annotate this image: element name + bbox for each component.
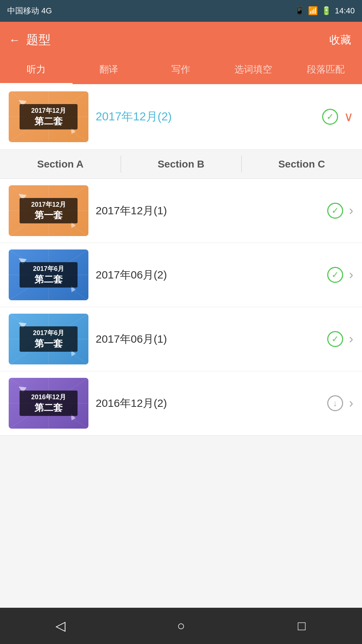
bookmark-button[interactable]: 收藏 [329,33,351,48]
list-item-actions-0: ✓ › [327,203,353,219]
nav-recent-button[interactable]: □ [291,615,313,637]
completed-icon[interactable]: ✓ [322,109,338,125]
tab-fill[interactable]: 选词填空 [217,58,290,84]
completed-icon-2[interactable]: ✓ [327,331,343,347]
list-item-1[interactable]: 2017年6月 第二套 2017年06月(2) ✓ › [0,243,362,307]
list-thumb-text-3: 2016年12月 第二套 [31,393,66,414]
back-button[interactable]: ← [9,33,20,47]
carrier-text: 中国移动 4G [7,5,52,16]
nav-bar: ◁ ○ □ [0,608,362,644]
featured-item[interactable]: 2017年12月 第二套 2017年12月(2) ✓ ∨ [0,84,362,150]
list-item-actions-3: ↓ › [327,395,353,411]
page-title: 题型 [26,32,51,48]
list-thumbnail-0: 2017年12月 第一套 [9,185,88,236]
tab-passage[interactable]: 段落匹配 [290,58,362,84]
list-item-title-1: 2017年06月(2) [88,268,327,282]
list-thumb-text-2: 2017年6月 第一套 [33,329,64,350]
tab-translate[interactable]: 翻译 [72,58,145,84]
tab-bar: 听力 翻译 写作 选词填空 段落匹配 [0,58,362,84]
section-a-tab[interactable]: Section A [0,150,121,178]
nav-home-button[interactable]: ○ [170,615,192,637]
list-item[interactable]: 2017年12月 第一套 2017年12月(1) ✓ › [0,179,362,243]
list-item-2[interactable]: 2017年6月 第一套 2017年06月(1) ✓ › [0,307,362,371]
completed-icon-1[interactable]: ✓ [327,267,343,283]
featured-actions: ✓ ∨ [322,109,353,125]
arrow-right-1[interactable]: › [349,267,353,282]
section-b-tab[interactable]: Section B [121,150,241,178]
list-thumb-text-0: 2017年12月 第一套 [31,200,66,222]
list-item-title-3: 2016年12月(2) [88,396,327,411]
featured-thumb-text: 2017年12月 第二套 [31,106,66,128]
list-thumbnail-1: 2017年6月 第二套 [9,249,88,300]
header: ← 题型 收藏 [0,22,362,58]
tab-writing[interactable]: 写作 [145,58,217,84]
section-c-tab[interactable]: Section C [241,150,362,178]
sim-icon: 📱 [295,6,304,16]
list-item-3[interactable]: 2016年12月 第二套 2016年12月(2) ↓ › [0,371,362,435]
list-thumbnail-2: 2017年6月 第一套 [9,314,88,364]
expand-icon[interactable]: ∨ [344,109,353,124]
completed-icon-0[interactable]: ✓ [327,203,343,219]
nav-back-button[interactable]: ◁ [50,615,71,637]
status-left: 中国移动 4G [7,5,52,16]
arrow-right-0[interactable]: › [349,203,353,218]
list-item-title-2: 2017年06月(1) [88,332,327,347]
featured-info: 2017年12月(2) [88,109,322,125]
list-item-title-0: 2017年12月(1) [88,203,327,218]
status-right: 📱 📶 🔋 14:40 [295,6,355,16]
tab-listening[interactable]: 听力 [0,58,72,84]
featured-title: 2017年12月(2) [96,109,315,125]
wifi-icon: 📶 [308,6,318,16]
list-thumbnail-3: 2016年12月 第二套 [9,378,88,429]
battery-icon: 🔋 [321,6,331,16]
arrow-right-3[interactable]: › [349,396,353,411]
list-item-actions-1: ✓ › [327,267,353,283]
section-tabs: Section A Section B Section C [0,150,362,179]
list-item-actions-2: ✓ › [327,331,353,347]
featured-thumbnail: 2017年12月 第二套 [9,91,88,142]
arrow-right-2[interactable]: › [349,331,353,347]
list-thumb-text-1: 2017年6月 第二套 [33,264,64,286]
status-bar: 中国移动 4G 📱 📶 🔋 14:40 [0,0,362,22]
content-area: 2017年12月 第二套 2017年12月(2) ✓ ∨ Section A S… [0,84,362,435]
download-icon-3[interactable]: ↓ [327,395,343,411]
time-text: 14:40 [335,6,355,16]
